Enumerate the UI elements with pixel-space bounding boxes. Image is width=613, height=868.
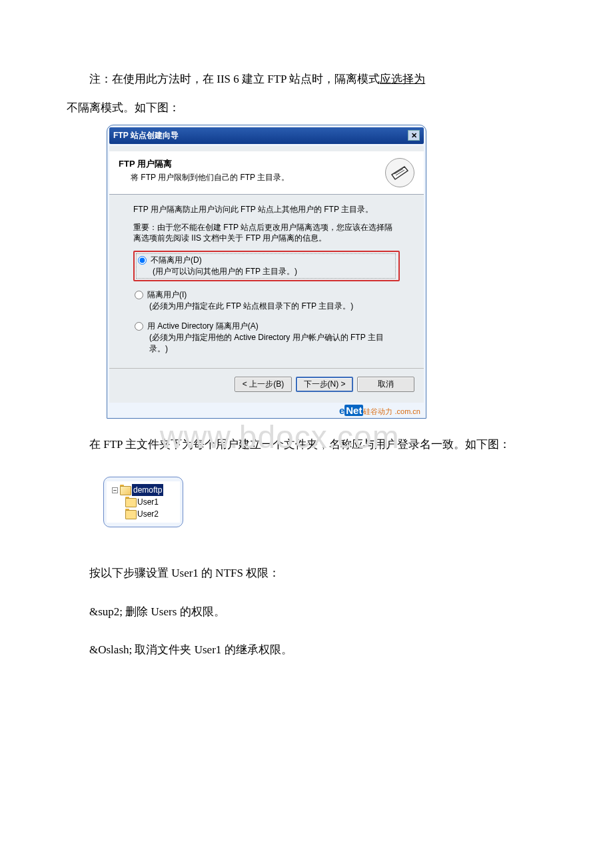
tree-child1-label: User1	[137, 496, 159, 508]
next-button[interactable]: 下一步(N) >	[296, 377, 353, 392]
info-text-1: FTP 用户隔离防止用户访问此 FTP 站点上其他用户的 FTP 主目录。	[133, 204, 400, 215]
radio-option-ad-isolate[interactable]: 用 Active Directory 隔离用户(A) (必须为用户指定用他的 A…	[133, 319, 400, 355]
wizard-body: FTP 用户隔离 将 FTP 用户限制到他们自己的 FTP 主目录。 FTP 用…	[109, 146, 424, 403]
radio1-sublabel: (用户可以访问其他用户的 FTP 主目录。)	[153, 266, 394, 277]
tree-root-row[interactable]: − demoftp	[109, 484, 177, 496]
wizard-header: FTP 用户隔离 将 FTP 用户限制到他们自己的 FTP 主目录。	[109, 151, 424, 195]
folder-icon	[125, 498, 135, 506]
radio3-sublabel: (必须为用户指定用他的 Active Directory 用户帐户确认的 FTP…	[149, 332, 397, 355]
info-text-2: 重要：由于您不能在创建 FTP 站点后更改用户隔离选项，您应该在选择隔离选项前先…	[133, 222, 400, 245]
intro-line1: 注：在使用此方法时，在 IIS 6 建立 FTP 站点时，隔离模式应选择为	[67, 67, 546, 91]
tree-child2-label: User2	[137, 508, 159, 520]
cancel-button[interactable]: 取消	[357, 377, 414, 392]
printer-icon	[385, 158, 414, 187]
tree-root-label: demoftp	[132, 484, 163, 496]
close-icon[interactable]: ✕	[408, 130, 420, 141]
radio-option-no-isolation[interactable]: 不隔离用户(D) (用户可以访问其他用户的 FTP 主目录。)	[133, 251, 400, 281]
radio2-label: 隔离用户(I)	[147, 289, 187, 301]
enet-watermark: eNet硅谷动力 .com.cn	[107, 405, 426, 418]
folder-tree: − demoftp User1 User2	[103, 477, 183, 527]
button-row: < 上一步(B) 下一步(N) > 取消	[109, 368, 424, 396]
radio-ad-isolate[interactable]	[135, 322, 143, 331]
folder-icon	[120, 486, 130, 494]
radio-isolate[interactable]	[135, 291, 143, 299]
prev-button[interactable]: < 上一步(B)	[235, 377, 292, 392]
wizard-header-sub: 将 FTP 用户限制到他们自己的 FTP 主目录。	[131, 172, 385, 183]
wizard-content: FTP 用户隔离防止用户访问此 FTP 站点上其他用户的 FTP 主目录。 重要…	[109, 195, 424, 368]
folder-icon	[125, 510, 135, 518]
paragraph-1: 在 FTP 主文件夹下为每个用户建立一个文件夹，名称应与用户登录名一致。如下图：	[67, 432, 546, 457]
paragraph-3: &sup2; 删除 Users 的权限。	[67, 599, 546, 624]
ftp-wizard-dialog: FTP 站点创建向导 ✕ FTP 用户隔离 将 FTP 用户限制到他们自己的 F…	[107, 125, 426, 419]
page-content: 注：在使用此方法时，在 IIS 6 建立 FTP 站点时，隔离模式应选择为 不隔…	[0, 0, 613, 702]
titlebar: FTP 站点创建向导 ✕	[109, 127, 424, 144]
intro-line2: 不隔离模式。如下图：	[67, 95, 546, 120]
radio3-label: 用 Active Directory 隔离用户(A)	[147, 321, 259, 332]
radio2-sublabel: (必须为用户指定在此 FTP 站点根目录下的 FTP 主目录。)	[149, 301, 397, 312]
tree-child1-row[interactable]: User1	[109, 496, 177, 508]
wizard-header-title: FTP 用户隔离	[119, 158, 385, 170]
minus-icon[interactable]: −	[112, 487, 118, 493]
paragraph-2: 按以下步骤设置 User1 的 NTFS 权限：	[67, 561, 546, 585]
tree-child2-row[interactable]: User2	[109, 508, 177, 520]
paragraph-4: &Oslash; 取消文件夹 User1 的继承权限。	[67, 637, 546, 662]
radio-option-isolate[interactable]: 隔离用户(I) (必须为用户指定在此 FTP 站点根目录下的 FTP 主目录。)	[133, 288, 400, 313]
radio1-label: 不隔离用户(D)	[151, 255, 202, 266]
radio-no-isolation[interactable]	[138, 256, 147, 265]
intro-underline: 应选择为	[380, 73, 425, 85]
dialog-title: FTP 站点创建向导	[113, 130, 179, 141]
